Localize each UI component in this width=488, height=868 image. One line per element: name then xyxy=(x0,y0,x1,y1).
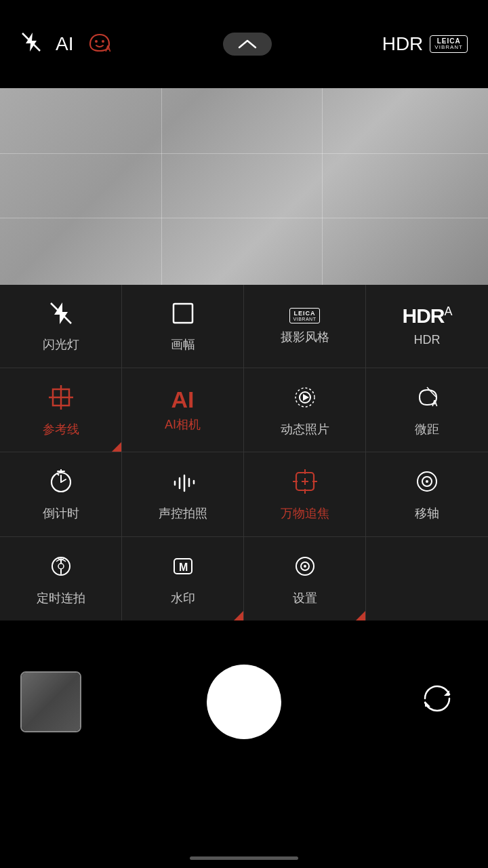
hdr-cell-icon: HDRA xyxy=(402,305,451,326)
cell-watermark-label: 水印 xyxy=(171,591,195,606)
cell-leica-style[interactable]: LEICA VIBRANT 摄影风格 xyxy=(244,285,366,368)
cell-macro[interactable]: A 微距 xyxy=(366,368,488,452)
svg-point-32 xyxy=(426,480,428,483)
svg-text:A: A xyxy=(432,399,438,408)
svg-point-34 xyxy=(58,564,64,569)
top-bar-right: HDR LEICA VIBRANT xyxy=(382,33,468,55)
square-icon xyxy=(169,300,197,331)
leica-bottom-text: VIBRANT xyxy=(434,45,463,50)
grid-line-v2 xyxy=(322,88,323,285)
svg-text:M: M xyxy=(179,561,188,573)
cell-watermark[interactable]: M 水印 xyxy=(122,537,244,621)
collapse-button[interactable] xyxy=(223,33,272,56)
macro-icon: A xyxy=(413,383,441,416)
grid-line-h1 xyxy=(0,153,488,154)
tracking-icon xyxy=(291,467,319,500)
cell-flash-label: 闪光灯 xyxy=(43,338,79,353)
cell-settings-label: 设置 xyxy=(293,591,317,606)
grid-line-h2 xyxy=(0,218,488,218)
live-photo-icon xyxy=(291,383,319,416)
cell-voice[interactable]: 声控拍照 xyxy=(122,452,244,536)
cell-grid-ref-label: 参考线 xyxy=(43,422,79,437)
tilt-shift-icon xyxy=(413,467,441,500)
cell-live-photo[interactable]: 动态照片 xyxy=(244,368,366,452)
svg-marker-13 xyxy=(303,394,309,401)
home-indicator xyxy=(190,856,298,860)
cell-voice-label: 声控拍照 xyxy=(159,507,207,521)
top-bar-left: AI A xyxy=(20,31,113,58)
top-bar: AI A HDR LEICA VIBRANT xyxy=(0,0,488,88)
bottom-area xyxy=(0,624,488,868)
cell-ai-camera-label: AI相机 xyxy=(165,418,201,433)
cell-timer-burst-label: 定时连拍 xyxy=(37,591,85,606)
cell-ai-camera[interactable]: AI AI相机 xyxy=(122,368,244,452)
cell-aspect[interactable]: 画幅 xyxy=(122,285,244,368)
thumbnail[interactable] xyxy=(20,671,81,732)
svg-rect-7 xyxy=(174,304,192,323)
grid-ref-icon xyxy=(47,383,75,416)
timer-burst-icon xyxy=(47,552,75,585)
cell-tilt-shift[interactable]: 移轴 xyxy=(366,452,488,536)
flash-off-icon[interactable] xyxy=(20,31,42,58)
shutter-button[interactable] xyxy=(207,665,281,739)
cell-grid-ref[interactable]: 参考线 xyxy=(0,368,122,452)
cell-aspect-label: 画幅 xyxy=(171,338,195,353)
grid-row-3: 倒计时 声控拍照 xyxy=(0,452,488,537)
svg-point-2 xyxy=(95,40,98,43)
settings-cell-icon xyxy=(291,552,319,585)
ai-label[interactable]: AI xyxy=(56,33,73,55)
leica-cell-icon: LEICA VIBRANT xyxy=(289,308,321,323)
cell-tracking[interactable]: 万物追焦 xyxy=(244,452,366,536)
cell-leica-style-label: 摄影风格 xyxy=(281,330,329,345)
flip-camera-icon xyxy=(420,681,455,723)
svg-point-39 xyxy=(304,565,306,568)
svg-point-3 xyxy=(102,40,104,43)
cell-countdown[interactable]: 倒计时 xyxy=(0,452,122,536)
cell-hdr[interactable]: HDRA HDR xyxy=(366,285,488,368)
cell-tracking-label: 万物追焦 xyxy=(281,507,329,521)
cell-live-photo-label: 动态照片 xyxy=(281,422,329,437)
svg-text:A: A xyxy=(105,44,111,54)
hdr-label[interactable]: HDR xyxy=(382,33,424,55)
cell-countdown-label: 倒计时 xyxy=(43,507,79,521)
viewfinder-overlay xyxy=(0,88,488,285)
flip-camera-button[interactable] xyxy=(413,678,461,726)
grid-panel: 闪光灯 画幅 LEICA VIBRANT 摄影风格 HDRA HDR xyxy=(0,285,488,620)
cell-settings[interactable]: 设置 xyxy=(244,537,366,621)
ai-camera-icon: AI xyxy=(171,388,195,411)
voice-icon xyxy=(169,467,197,500)
cell-flash[interactable]: 闪光灯 xyxy=(0,285,122,368)
watermark-icon: M xyxy=(169,552,197,585)
top-bar-center xyxy=(223,33,272,56)
cell-hdr-label: HDR xyxy=(414,333,441,348)
grid-row-4: 定时连拍 M 水印 设置 xyxy=(0,537,488,621)
viewfinder xyxy=(0,88,488,285)
grid-row-2: 参考线 AI AI相机 动态照片 A xyxy=(0,368,488,453)
cell-timer-burst[interactable]: 定时连拍 xyxy=(0,537,122,621)
grid-row-1: 闪光灯 画幅 LEICA VIBRANT 摄影风格 HDRA HDR xyxy=(0,285,488,368)
flash-off-cell-icon xyxy=(47,300,75,331)
beauty-icon[interactable]: A xyxy=(87,32,113,56)
shutter-row xyxy=(0,665,488,739)
thumbnail-image xyxy=(22,673,80,731)
leica-badge[interactable]: LEICA VIBRANT xyxy=(430,35,468,53)
grid-line-v1 xyxy=(161,88,162,285)
cell-macro-label: 微距 xyxy=(415,422,439,437)
svg-marker-41 xyxy=(425,701,430,707)
cell-tilt-shift-label: 移轴 xyxy=(415,507,439,521)
cell-empty xyxy=(366,537,488,621)
countdown-icon xyxy=(47,467,75,500)
